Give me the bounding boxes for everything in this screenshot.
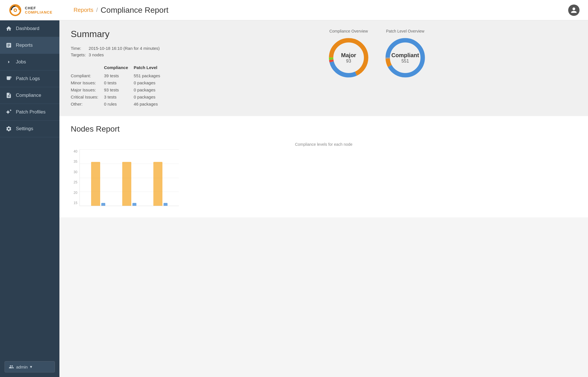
bar-group-1 bbox=[91, 162, 105, 206]
admin-user-icon bbox=[9, 364, 14, 369]
patch-logs-icon bbox=[6, 76, 12, 82]
bars-container bbox=[80, 149, 179, 206]
summary-row-4: Other: 0 rules 46 packages bbox=[71, 100, 166, 108]
sidebar: Dashboard Reports Jobs Patch Logs bbox=[0, 20, 59, 377]
user-icon bbox=[570, 7, 577, 14]
sidebar-item-jobs[interactable]: Jobs bbox=[0, 54, 59, 70]
breadcrumb-separator: / bbox=[96, 7, 98, 13]
sidebar-item-patch-logs[interactable]: Patch Logs bbox=[0, 70, 59, 87]
main-layout: Dashboard Reports Jobs Patch Logs bbox=[0, 20, 588, 377]
summary-left: Summary Time: 2015-10-18 16:10 (Ran for … bbox=[71, 29, 166, 108]
summary-time-label: Time: bbox=[71, 45, 89, 52]
row-col1-3: 3 tests bbox=[104, 93, 134, 100]
breadcrumb-reports-link[interactable]: Reports bbox=[74, 7, 93, 13]
y-label-35: 35 bbox=[74, 160, 77, 164]
user-avatar[interactable] bbox=[568, 5, 580, 16]
settings-icon bbox=[6, 126, 12, 132]
summary-row-1: Minor Issues: 0 tests 0 packages bbox=[71, 79, 166, 86]
nodes-title: Nodes Report bbox=[71, 125, 577, 134]
sidebar-label-compliance: Compliance bbox=[16, 93, 41, 98]
sidebar-bottom: admin ▾ bbox=[0, 357, 59, 377]
bar-1-blue bbox=[101, 203, 105, 206]
patch-main-label: Compliant bbox=[391, 52, 419, 59]
bar-3-orange bbox=[153, 162, 162, 206]
compliance-overview-chart: Compliance Overview bbox=[329, 29, 368, 78]
nodes-section: Nodes Report Compliance levels for each … bbox=[59, 116, 588, 217]
patch-sub-label: 551 bbox=[391, 59, 419, 64]
row-label-0: Compliant: bbox=[71, 72, 104, 79]
y-axis: 40 35 30 25 20 15 bbox=[74, 149, 80, 206]
charts-area: Compliance Overview bbox=[177, 29, 577, 78]
compliance-donut-center: Major 93 bbox=[341, 52, 356, 64]
compliance-icon bbox=[6, 92, 12, 98]
grid-line-40 bbox=[80, 149, 179, 150]
chart-subtitle: Compliance levels for each node bbox=[71, 142, 577, 147]
header: CHEF COMPLIANCE Reports / Compliance Rep… bbox=[0, 0, 588, 20]
sidebar-item-compliance[interactable]: Compliance bbox=[0, 87, 59, 104]
row-col2-2: 0 packages bbox=[134, 86, 166, 93]
row-label-3: Critical Issues: bbox=[71, 93, 104, 100]
logo-chef: CHEF bbox=[25, 6, 52, 10]
chef-logo-icon bbox=[8, 3, 22, 17]
patch-overview-chart: Patch Level Overview Compliant 5 bbox=[385, 29, 425, 78]
summary-targets-row: Targets: 3 nodes bbox=[71, 52, 162, 58]
bar-1-orange bbox=[91, 162, 100, 206]
patch-overview-label: Patch Level Overview bbox=[386, 29, 424, 33]
logo-text: CHEF COMPLIANCE bbox=[25, 6, 52, 14]
summary-targets-value: 3 nodes bbox=[89, 52, 162, 58]
y-label-30: 30 bbox=[74, 170, 77, 174]
logo-compliance: COMPLIANCE bbox=[25, 10, 52, 14]
svg-point-3 bbox=[14, 9, 16, 11]
sidebar-item-settings[interactable]: Settings bbox=[0, 121, 59, 137]
sidebar-label-dashboard: Dashboard bbox=[16, 26, 39, 31]
bar-group-3 bbox=[153, 162, 168, 206]
summary-row-0: Compliant: 39 tests 551 packages bbox=[71, 72, 166, 79]
admin-label: admin bbox=[16, 365, 28, 369]
patch-profiles-icon bbox=[6, 109, 12, 115]
sidebar-label-settings: Settings bbox=[16, 126, 33, 132]
admin-chevron: ▾ bbox=[30, 364, 32, 369]
row-col1-4: 0 rules bbox=[104, 100, 134, 108]
compliance-donut-wrap: Major 93 bbox=[329, 38, 368, 78]
admin-button[interactable]: admin ▾ bbox=[5, 361, 55, 372]
breadcrumb: Reports / Compliance Report bbox=[68, 6, 568, 15]
summary-row-3: Critical Issues: 3 tests 0 packages bbox=[71, 93, 166, 100]
row-col1-1: 0 tests bbox=[104, 79, 134, 86]
sidebar-item-patch-profiles[interactable]: Patch Profiles bbox=[0, 104, 59, 121]
row-col2-4: 46 packages bbox=[134, 100, 166, 108]
row-label-4: Other: bbox=[71, 100, 104, 108]
row-label-2: Major Issues: bbox=[71, 86, 104, 93]
jobs-icon bbox=[6, 59, 12, 65]
compliance-sub-label: 93 bbox=[341, 59, 356, 64]
bar-chart-area: Compliance levels for each node 40 35 30… bbox=[71, 139, 577, 209]
y-label-15: 15 bbox=[74, 201, 77, 205]
row-col1-0: 39 tests bbox=[104, 72, 134, 79]
content-area: Summary Time: 2015-10-18 16:10 (Ran for … bbox=[59, 20, 588, 377]
row-label-1: Minor Issues: bbox=[71, 79, 104, 86]
summary-data-table: Compliance Patch Level Compliant: 39 tes… bbox=[71, 64, 166, 108]
row-col1-2: 93 tests bbox=[104, 86, 134, 93]
bar-2-orange bbox=[122, 162, 131, 206]
sidebar-label-reports: Reports bbox=[16, 42, 33, 48]
sidebar-item-reports[interactable]: Reports bbox=[0, 37, 59, 54]
sidebar-label-jobs: Jobs bbox=[16, 59, 26, 65]
sidebar-label-patch-profiles: Patch Profiles bbox=[16, 109, 46, 115]
page-title: Compliance Report bbox=[101, 6, 169, 15]
col-empty bbox=[71, 64, 104, 72]
y-label-40: 40 bbox=[74, 149, 77, 153]
row-col2-0: 551 packages bbox=[134, 72, 166, 79]
summary-title: Summary bbox=[71, 29, 166, 39]
summary-row-2: Major Issues: 93 tests 0 packages bbox=[71, 86, 166, 93]
bar-2-blue bbox=[132, 203, 136, 206]
summary-meta-table: Time: 2015-10-18 16:10 (Ran for 4 minute… bbox=[71, 45, 162, 58]
sidebar-label-patch-logs: Patch Logs bbox=[16, 76, 40, 82]
compliance-overview-label: Compliance Overview bbox=[329, 29, 368, 33]
sidebar-item-dashboard[interactable]: Dashboard bbox=[0, 20, 59, 37]
row-col2-1: 0 packages bbox=[134, 79, 166, 86]
logo: CHEF COMPLIANCE bbox=[8, 3, 68, 17]
home-icon bbox=[6, 25, 12, 32]
y-label-25: 25 bbox=[74, 180, 77, 184]
summary-section: Summary Time: 2015-10-18 16:10 (Ran for … bbox=[59, 20, 588, 116]
patch-donut-center: Compliant 551 bbox=[391, 52, 419, 64]
summary-targets-label: Targets: bbox=[71, 52, 89, 58]
